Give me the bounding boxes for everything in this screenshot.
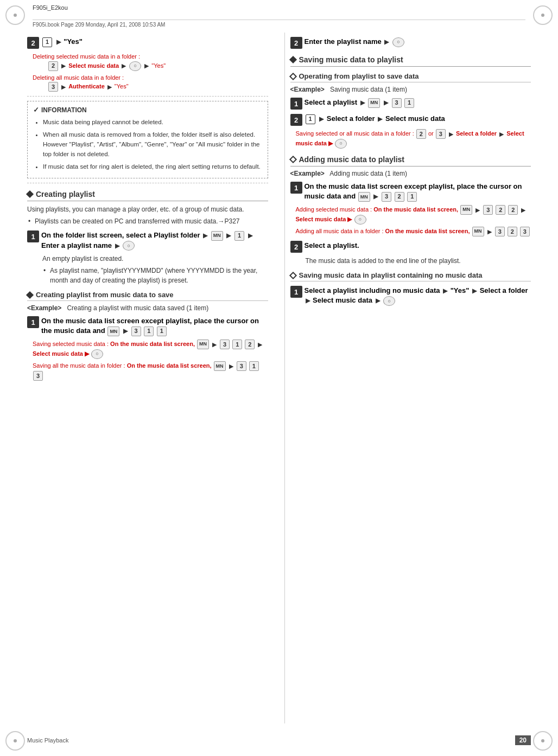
key-3: 3 <box>48 82 58 92</box>
creating-from-music-heading: Creating playlist from music data to sav… <box>27 291 268 301</box>
step1-save-content: Select a playlist including no music dat… <box>305 286 531 306</box>
book-info: F905i.book Page 209 Monday, April 21, 20… <box>33 20 525 28</box>
step2r2-row: 2 1 ▶ Select a folder ▶ Select music dat… <box>290 114 531 126</box>
center-key-r4: ○ <box>383 296 395 306</box>
left-column: 2 1 ▶ "Yes" Deleting selected music data… <box>27 33 274 723</box>
info-item-3: If music data set for ring alert is dele… <box>43 162 262 171</box>
saving-no-music-heading: Saving music data in playlist containing… <box>290 271 531 281</box>
key-r3b: 3 <box>436 129 446 139</box>
key-r2b: 2 <box>496 205 505 215</box>
step2-add-content: Select a playlist. <box>305 241 531 251</box>
step2-add-row: 2 Select a playlist. <box>290 241 531 253</box>
key-r1b: 1 <box>306 114 315 124</box>
step1r-row: 1 Select a playlist ▶ MN ▶ 3 1 <box>290 98 531 110</box>
step2-yes-label: "Yes" <box>64 37 83 46</box>
key-r2a: 2 <box>395 192 404 202</box>
step1b-row: 1 On the music data list screen except p… <box>27 316 268 336</box>
center-key-1: ○ <box>129 61 141 71</box>
key-r3e: 3 <box>495 227 505 236</box>
step2-number: 2 <box>27 37 39 49</box>
example1-label: <Example> Creating a playlist with music… <box>27 304 268 312</box>
checkmark-icon: ✓ <box>33 106 39 114</box>
deleting-all-instr: Deleting all music data in a folder : 3 … <box>33 73 268 92</box>
key-1b: 1 <box>144 326 154 336</box>
step2r-row: 2 Enter the playlist name ▶ ○ <box>290 37 531 49</box>
filename-label: F905i_E2kou <box>33 4 68 11</box>
step1-bullet: As playlist name, "playlistYYYYMMDD" (wh… <box>50 266 268 285</box>
step2-add-note: The music data is added to the end line … <box>306 256 531 266</box>
key-2a: 2 <box>245 339 255 349</box>
step2r-content: Enter the playlist name ▶ ○ <box>305 37 531 47</box>
diamond-icon-2 <box>26 291 34 299</box>
corner-mark-tl <box>5 5 25 25</box>
info-item-1: Music data being played cannot be delete… <box>43 117 262 127</box>
step1-number: 1 <box>27 230 39 242</box>
step2-content: 1 ▶ "Yes" <box>41 37 268 47</box>
diamond-outline-icon-r1 <box>289 72 296 80</box>
key-r2: 2 <box>416 129 426 139</box>
diamond-outline-icon-r3 <box>289 272 296 279</box>
center-key-r3: ○ <box>354 215 366 225</box>
bullet-item-1: Playlists can be created on PC and trans… <box>35 216 268 226</box>
step1-save-number: 1 <box>290 286 302 298</box>
main-content: 2 1 ▶ "Yes" Deleting selected music data… <box>27 33 531 723</box>
step1b-number: 1 <box>27 316 39 328</box>
saving-selected-instr: Saving selected music data : On the musi… <box>33 339 268 359</box>
footer-label: Music Playback <box>27 737 68 744</box>
key-r1c: 1 <box>407 192 417 202</box>
diamond-icon-r1 <box>289 56 296 63</box>
step1r-number: 1 <box>290 98 302 110</box>
menu-key-r2: MN <box>358 192 370 202</box>
page: F905i_E2kou F905i.book Page 209 Monday, … <box>0 0 558 756</box>
operating-heading: Operating from playlist to save data <box>290 72 531 82</box>
creating-playlist-para: Using playlists, you can manage a play o… <box>27 204 268 214</box>
key-r1a: 1 <box>404 98 414 108</box>
top-bar: F905i_E2kou <box>33 4 525 11</box>
key-r2c: 2 <box>508 205 518 215</box>
step1-note: An empty playlist is created. As playlis… <box>42 254 268 285</box>
key-1c: 1 <box>157 326 167 336</box>
key-1e: 1 <box>249 361 259 371</box>
example3-label: <Example> Adding music data (1 item) <box>290 170 531 177</box>
adding-music-heading: Adding music data to playlist <box>290 155 531 166</box>
step2-add-number: 2 <box>290 241 302 253</box>
key-r3: 3 <box>392 98 402 108</box>
menu-key-r4: MN <box>472 227 484 236</box>
center-key-3: ○ <box>91 349 103 359</box>
adding-all-instr: Adding all music data in a folder : On t… <box>296 227 531 236</box>
key-3b: 3 <box>131 326 141 336</box>
corner-mark-tr <box>533 5 553 25</box>
key-1a: 1 <box>234 231 244 241</box>
deleting-folder-instr: Deleting selected music data in a folder… <box>33 52 268 71</box>
diamond-outline-icon-r2 <box>289 156 296 163</box>
step1b-content: On the music data list screen except pla… <box>41 316 268 336</box>
menu-key-4: MN <box>214 361 226 371</box>
information-box: ✓ INFORMATION Music data being played ca… <box>27 101 268 178</box>
corner-mark-bl <box>5 731 25 751</box>
menu-key-1: MN <box>211 231 223 241</box>
info-header: ✓ INFORMATION <box>33 106 262 114</box>
example2-label: <Example> Saving music data (1 item) <box>290 86 531 93</box>
key-r3f: 3 <box>520 227 530 236</box>
step2-row: 2 1 ▶ "Yes" <box>27 37 268 49</box>
step2r2-content: 1 ▶ Select a folder ▶ Select music data <box>305 114 531 124</box>
key-2: 2 <box>48 61 58 71</box>
adding-sel-instr: Adding selected music data : On the musi… <box>296 205 531 225</box>
step2-sub1: 1 <box>42 37 52 47</box>
page-number: 20 <box>515 735 531 745</box>
step1-content: On the folder list screen, select a Play… <box>41 230 268 251</box>
saving-all-instr: Saving all the music data in folder : On… <box>33 361 268 381</box>
step1-save-row: 1 Select a playlist including no music d… <box>290 286 531 306</box>
key-3d: 3 <box>237 361 246 371</box>
saving-sel-all-instr: Saving selected or all music data in a f… <box>296 129 531 149</box>
menu-key-r1: MN <box>368 98 380 108</box>
step1-add-content: On the music data list screen except pla… <box>305 182 531 202</box>
menu-key-r3: MN <box>460 205 472 215</box>
step2r-number: 2 <box>290 37 302 49</box>
key-r3d: 3 <box>483 205 493 215</box>
key-r3c: 3 <box>382 192 391 202</box>
step1-row: 1 On the folder list screen, select a Pl… <box>27 230 268 251</box>
center-key-r2: ○ <box>335 139 347 149</box>
step1-add-row: 1 On the music data list screen except p… <box>290 182 531 202</box>
step1-add-number: 1 <box>290 182 302 194</box>
